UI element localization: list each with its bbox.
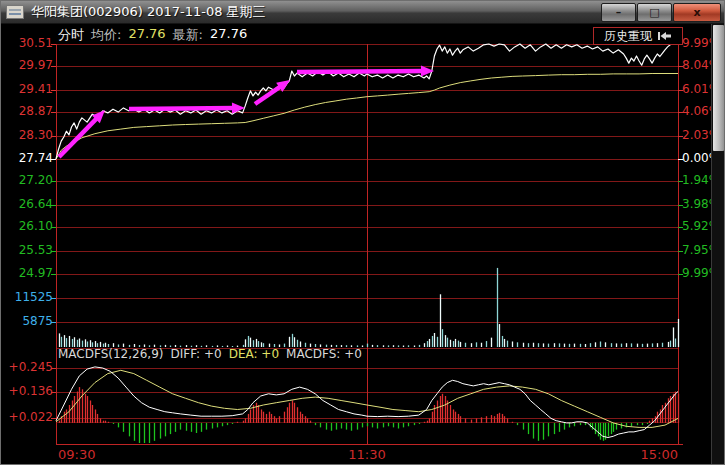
maximize-icon: □ <box>649 7 659 18</box>
time-axis: 09:3011:3015:00 <box>1 1 725 465</box>
app-icon <box>6 5 24 19</box>
scrollbar-thumb[interactable] <box>713 25 724 151</box>
window-controls: – □ x <box>600 3 721 22</box>
stock-app-window: 华阳集团(002906) 2017-11-08 星期三 – □ x 分时 均价:… <box>0 0 725 465</box>
minimize-icon: – <box>616 7 622 18</box>
time-axis-label: 11:30 <box>345 447 389 462</box>
minimize-button[interactable]: – <box>601 3 636 22</box>
vertical-scrollbar[interactable] <box>711 24 725 464</box>
time-axis-label: 15:00 <box>633 447 678 462</box>
close-button[interactable]: x <box>673 3 721 22</box>
maximize-button[interactable]: □ <box>637 3 672 22</box>
title-bar[interactable]: 华阳集团(002906) 2017-11-08 星期三 – □ x <box>1 1 724 24</box>
close-icon: x <box>693 7 700 18</box>
time-axis-label: 09:30 <box>58 447 95 462</box>
window-title: 华阳集团(002906) 2017-11-08 星期三 <box>31 3 266 21</box>
